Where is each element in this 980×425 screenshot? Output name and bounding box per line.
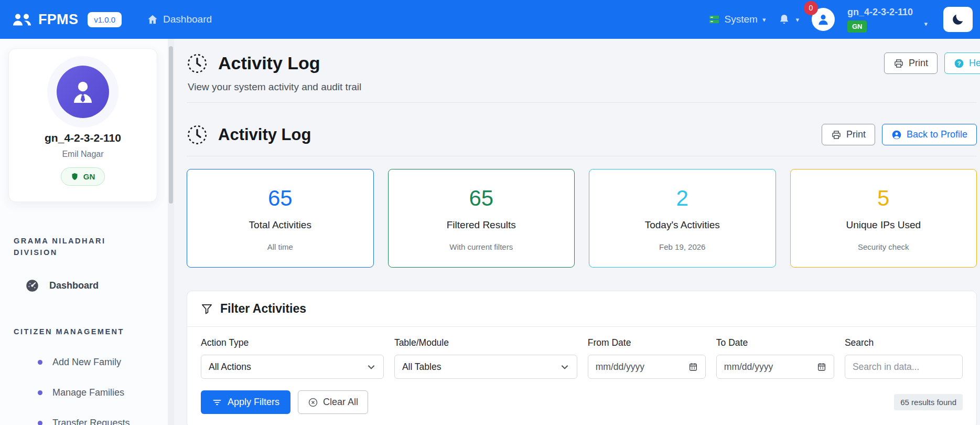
stat-value: 65 (268, 186, 293, 211)
results-count-badge: 65 results found (894, 394, 963, 410)
from-date-input[interactable]: mm/dd/yyyy (588, 355, 706, 379)
field-action-type: Action Type All Actions (201, 337, 384, 379)
field-label: Search (845, 337, 963, 348)
print-button-label: Print (909, 58, 928, 69)
notifications-dropdown[interactable]: ▾ 0 (778, 14, 799, 26)
sidebar-item-transfer-requests[interactable]: Transfer Requests (0, 418, 168, 425)
apply-filters-label: Apply Filters (228, 397, 279, 408)
stat-sublabel: With current filters (449, 242, 513, 251)
stat-value: 2 (676, 186, 688, 211)
bullet-icon (38, 390, 42, 395)
question-circle-icon: ? (954, 58, 964, 69)
profile-avatar (57, 66, 109, 118)
sidebar-item-dashboard[interactable]: Dashboard (0, 279, 168, 293)
sidebar-section-citizen-management: CITIZEN MANAGEMENT (14, 326, 148, 338)
sidebar-item-label: Transfer Requests (52, 418, 130, 425)
sidebar-item-add-new-family[interactable]: Add New Family (0, 357, 168, 368)
main-content: Activity Log Print ? Help View your syst… (174, 39, 980, 425)
section-title: Activity Log (218, 125, 311, 144)
clock-icon (187, 124, 208, 145)
section-print-label: Print (846, 129, 866, 140)
stat-card-unique-ips: 5 Unique IPs Used Security check (790, 169, 977, 268)
section-print-button[interactable]: Print (822, 124, 875, 145)
stat-card-filtered-results: 65 Filtered Results With current filters (388, 169, 575, 268)
header-divider (187, 102, 977, 103)
page-header: Activity Log Print ? Help View your syst… (187, 52, 977, 103)
activity-log-section: Activity Log Print Back to Profile 65 (187, 124, 977, 425)
stat-sublabel: Feb 19, 2026 (659, 242, 705, 251)
action-type-select[interactable]: All Actions (201, 355, 384, 379)
gn-badge-label: GN (83, 172, 95, 181)
system-dropdown[interactable]: System ▾ (708, 14, 766, 25)
version-badge: v1.0.0 (88, 12, 122, 27)
field-to-date: To Date mm/dd/yyyy (716, 337, 834, 379)
profile-name: gn_4-2-3-2-110 (16, 132, 149, 144)
stat-label: Unique IPs Used (846, 219, 921, 231)
bell-icon (778, 14, 790, 26)
apply-filters-button[interactable]: Apply Filters (201, 390, 290, 414)
search-input[interactable] (845, 355, 963, 379)
filter-title: Filter Activities (220, 302, 306, 316)
print-button[interactable]: Print (884, 52, 938, 74)
page-title: Activity Log (218, 53, 320, 73)
field-label: Table/Module (394, 337, 577, 348)
person-icon (816, 13, 830, 26)
help-button[interactable]: ? Help (944, 52, 980, 74)
notification-count-badge: 0 (804, 1, 818, 15)
calendar-icon (817, 362, 826, 371)
field-from-date: From Date mm/dd/yyyy (588, 337, 706, 379)
stat-card-todays-activities: 2 Today's Activities Feb 19, 2026 (589, 169, 776, 268)
moon-icon (951, 13, 965, 26)
help-button-label: Help (969, 58, 980, 69)
sidebar-item-label: Manage Families (52, 387, 124, 398)
sidebar-item-manage-families[interactable]: Manage Families (0, 387, 168, 398)
stat-value: 5 (877, 186, 889, 211)
dark-mode-toggle[interactable] (943, 7, 973, 32)
chevron-down-icon (367, 362, 376, 371)
page-subtitle: View your system activity and audit trai… (188, 81, 977, 93)
users-icon (13, 13, 31, 27)
sidebar-scrollbar[interactable] (168, 39, 174, 425)
stat-sublabel: All time (267, 242, 293, 251)
clock-icon (187, 53, 208, 74)
clear-all-label: Clear All (323, 397, 358, 408)
system-label: System (725, 14, 758, 25)
user-menu[interactable]: gn_4-2-3-2-110 GN ▾ (847, 7, 929, 33)
gn-role-badge: GN (61, 167, 105, 186)
section-divider (187, 156, 977, 156)
field-table-module: Table/Module All Tables (394, 337, 577, 379)
stat-card-total-activities: 65 Total Activities All time (187, 169, 374, 268)
to-date-input[interactable]: mm/dd/yyyy (716, 355, 834, 379)
sidebar-item-label: Add New Family (52, 357, 121, 368)
date-placeholder: mm/dd/yyyy (596, 362, 644, 373)
top-navbar: FPMS v1.0.0 Dashboard System ▾ ▾ 0 (0, 0, 980, 39)
bullet-icon (38, 421, 42, 425)
printer-icon (893, 58, 904, 69)
nav-dashboard-label: Dashboard (163, 14, 212, 25)
field-label: To Date (716, 337, 834, 348)
x-circle-icon (308, 397, 318, 408)
stat-label: Filtered Results (447, 219, 516, 231)
chevron-down-icon: ▾ (795, 16, 799, 23)
table-module-select[interactable]: All Tables (394, 355, 577, 379)
clear-all-button[interactable]: Clear All (298, 390, 368, 414)
calendar-icon (688, 362, 698, 371)
back-to-profile-button[interactable]: Back to Profile (882, 124, 977, 145)
user-role-badge: GN (847, 20, 867, 33)
sidebar-item-label: Dashboard (49, 280, 99, 291)
profile-location: Emil Nagar (16, 150, 149, 159)
select-value: All Actions (209, 362, 251, 373)
nav-dashboard-link[interactable]: Dashboard (147, 14, 212, 25)
scrollbar-thumb[interactable] (169, 46, 173, 204)
printer-icon (831, 130, 842, 140)
app-brand: FPMS (38, 12, 78, 28)
select-value: All Tables (402, 362, 441, 373)
stat-label: Total Activities (249, 219, 311, 231)
chevron-down-icon: ▾ (762, 16, 766, 23)
filter-card: Filter Activities Action Type All Action… (187, 291, 977, 425)
server-icon (708, 14, 720, 25)
chevron-down-icon: ▾ (924, 20, 928, 27)
stat-label: Today's Activities (645, 219, 720, 231)
person-circle-icon (891, 130, 902, 140)
sidebar-section-gn-division: GRAMA NILADHARI DIVISION (14, 236, 148, 259)
